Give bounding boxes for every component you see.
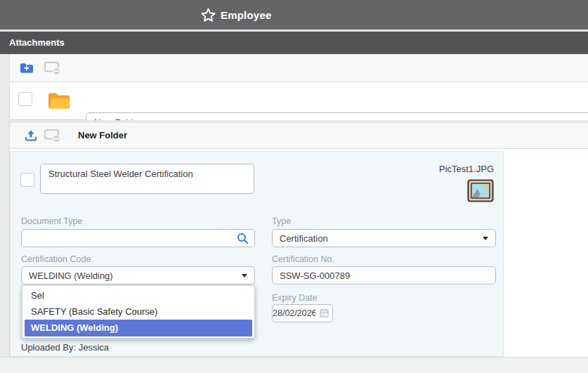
folders-toolbar (10, 54, 588, 82)
folder-plus-icon (20, 63, 34, 74)
attachment-card: Structural Steel Welder Certification Pi… (10, 151, 504, 357)
type-select[interactable]: Certification (272, 229, 496, 247)
bottom-strip (0, 357, 588, 373)
folder-checkbox[interactable] (18, 92, 32, 106)
certification-code-select[interactable]: WELDING (Welding) (21, 266, 255, 284)
uploaded-by-text: Uploaded By: Jessica (21, 342, 109, 353)
card-minus-icon (44, 129, 61, 143)
expiry-date-field (272, 304, 333, 322)
file-name: PicTest1.JPG (439, 164, 494, 174)
certification-code-value: WELDING (Welding) (29, 270, 113, 281)
document-type-field (21, 229, 255, 247)
certification-code-dropdown: Sel SAFETY (Basic Safety Course) WELDING… (22, 285, 255, 339)
remove-folder-button[interactable] (44, 62, 61, 75)
add-folder-button[interactable] (19, 62, 34, 74)
folder-row: New Folder (10, 82, 588, 120)
attachments-panel: New Folder New Folder St (9, 54, 588, 357)
section-title: Attachments (0, 32, 588, 54)
expiry-date-label: Expiry Date (272, 293, 318, 303)
certification-no-input[interactable] (272, 266, 496, 284)
dropdown-option-welding[interactable]: WELDING (Welding) (25, 320, 252, 336)
chevron-down-icon (242, 274, 247, 277)
screen: Employee Attachments (0, 0, 588, 373)
calendar-icon[interactable] (320, 308, 329, 318)
type-label: Type (272, 216, 291, 226)
dropdown-option-safety[interactable]: SAFETY (Basic Safety Course) (22, 303, 254, 320)
folder-icon[interactable] (47, 90, 71, 111)
current-folder-label: New Folder (78, 123, 127, 148)
dropdown-option-sel[interactable]: Sel (22, 287, 254, 303)
remove-file-button[interactable] (44, 129, 61, 143)
favorite-star-icon[interactable] (201, 8, 216, 22)
attachment-title-input[interactable]: Structural Steel Welder Certification (40, 164, 254, 194)
upload-icon (25, 129, 37, 142)
attachments-section-bar: Attachments (0, 32, 588, 54)
upload-file-button[interactable] (24, 129, 38, 143)
page-title: Employee (221, 9, 271, 21)
image-thumbnail-icon[interactable] (467, 179, 494, 202)
certification-no-label: Certification No. (272, 254, 334, 264)
type-select-value: Certification (280, 233, 328, 244)
chevron-down-icon (483, 237, 488, 240)
document-type-label: Document Type (21, 216, 82, 226)
attachment-checkbox[interactable] (20, 173, 34, 187)
certification-code-label: Certification Code (21, 254, 91, 264)
app-header: Employee (0, 0, 588, 30)
card-minus-icon (44, 62, 61, 75)
left-gutter (0, 54, 9, 357)
document-type-input[interactable] (21, 229, 255, 247)
search-icon[interactable] (237, 233, 249, 244)
